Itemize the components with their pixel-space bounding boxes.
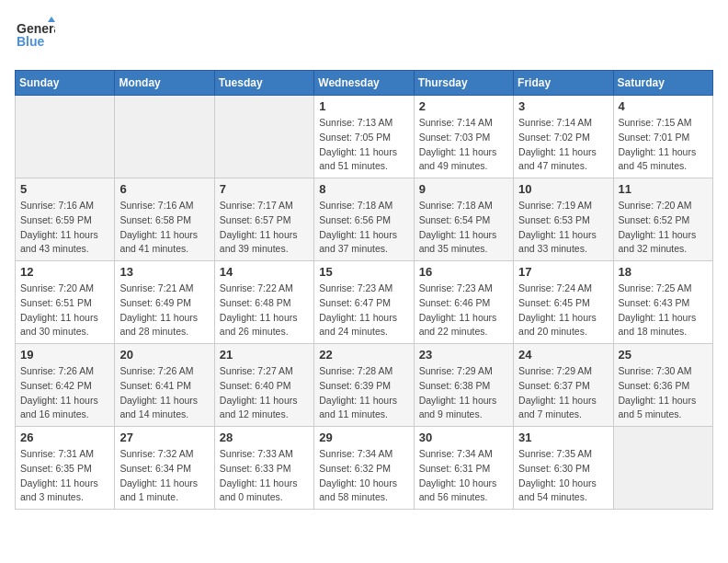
day-info: Sunrise: 7:29 AMSunset: 6:38 PMDaylight:… — [419, 364, 508, 422]
day-info: Sunrise: 7:20 AMSunset: 6:51 PMDaylight:… — [20, 282, 109, 339]
week-row-4: 19Sunrise: 7:26 AMSunset: 6:42 PMDayligh… — [16, 344, 713, 427]
week-row-5: 26Sunrise: 7:31 AMSunset: 6:35 PMDayligh… — [16, 427, 713, 510]
logo: General Blue — [15, 15, 55, 59]
day-info: Sunrise: 7:32 AMSunset: 6:34 PMDaylight:… — [119, 447, 209, 505]
day-number: 12 — [20, 265, 109, 279]
day-cell: 16Sunrise: 7:23 AMSunset: 6:46 PMDayligh… — [414, 261, 513, 344]
column-header-thursday: Thursday — [414, 71, 513, 96]
day-number: 22 — [319, 348, 408, 362]
day-info: Sunrise: 7:18 AMSunset: 6:54 PMDaylight:… — [419, 199, 508, 257]
day-cell: 3Sunrise: 7:14 AMSunset: 7:02 PMDaylight… — [514, 96, 613, 178]
svg-text:Blue: Blue — [17, 34, 45, 49]
day-number: 14 — [220, 265, 309, 279]
day-cell: 22Sunrise: 7:28 AMSunset: 6:39 PMDayligh… — [314, 344, 414, 427]
day-info: Sunrise: 7:34 AMSunset: 6:32 PMDaylight:… — [319, 447, 408, 505]
day-number: 9 — [419, 182, 508, 196]
day-number: 27 — [119, 431, 209, 444]
svg-marker-1 — [48, 17, 55, 22]
day-cell: 1Sunrise: 7:13 AMSunset: 7:05 PMDaylight… — [314, 96, 414, 178]
day-info: Sunrise: 7:13 AMSunset: 7:05 PMDaylight:… — [319, 116, 408, 174]
day-info: Sunrise: 7:23 AMSunset: 6:47 PMDaylight:… — [319, 282, 408, 339]
day-info: Sunrise: 7:28 AMSunset: 6:39 PMDaylight:… — [319, 364, 408, 422]
day-cell: 13Sunrise: 7:21 AMSunset: 6:49 PMDayligh… — [115, 261, 214, 344]
day-number: 6 — [119, 182, 209, 196]
day-info: Sunrise: 7:24 AMSunset: 6:45 PMDaylight:… — [518, 282, 608, 339]
day-number: 17 — [518, 265, 608, 279]
day-info: Sunrise: 7:17 AMSunset: 6:57 PMDaylight:… — [220, 199, 309, 257]
day-info: Sunrise: 7:22 AMSunset: 6:48 PMDaylight:… — [220, 282, 309, 339]
day-cell: 7Sunrise: 7:17 AMSunset: 6:57 PMDaylight… — [214, 178, 313, 261]
day-cell: 8Sunrise: 7:18 AMSunset: 6:56 PMDaylight… — [314, 178, 414, 261]
day-number: 18 — [619, 265, 708, 279]
day-cell: 12Sunrise: 7:20 AMSunset: 6:51 PMDayligh… — [16, 261, 115, 344]
day-cell: 6Sunrise: 7:16 AMSunset: 6:58 PMDaylight… — [115, 178, 214, 261]
day-info: Sunrise: 7:16 AMSunset: 6:58 PMDaylight:… — [119, 199, 209, 257]
day-cell: 31Sunrise: 7:35 AMSunset: 6:30 PMDayligh… — [514, 427, 613, 510]
day-cell: 18Sunrise: 7:25 AMSunset: 6:43 PMDayligh… — [613, 261, 712, 344]
day-number: 11 — [619, 182, 708, 196]
day-info: Sunrise: 7:25 AMSunset: 6:43 PMDaylight:… — [619, 282, 708, 339]
day-info: Sunrise: 7:31 AMSunset: 6:35 PMDaylight:… — [20, 447, 109, 505]
day-cell: 27Sunrise: 7:32 AMSunset: 6:34 PMDayligh… — [115, 427, 214, 510]
day-number: 26 — [20, 431, 109, 444]
column-header-tuesday: Tuesday — [214, 71, 313, 96]
day-cell: 2Sunrise: 7:14 AMSunset: 7:03 PMDaylight… — [414, 96, 513, 178]
day-cell: 21Sunrise: 7:27 AMSunset: 6:40 PMDayligh… — [214, 344, 313, 427]
column-header-sunday: Sunday — [16, 71, 115, 96]
day-cell: 30Sunrise: 7:34 AMSunset: 6:31 PMDayligh… — [414, 427, 513, 510]
day-number: 25 — [619, 348, 708, 362]
week-row-3: 12Sunrise: 7:20 AMSunset: 6:51 PMDayligh… — [16, 261, 713, 344]
day-cell: 23Sunrise: 7:29 AMSunset: 6:38 PMDayligh… — [414, 344, 513, 427]
day-number: 3 — [518, 99, 608, 113]
day-number: 21 — [220, 348, 309, 362]
day-number: 7 — [220, 182, 309, 196]
day-cell: 9Sunrise: 7:18 AMSunset: 6:54 PMDaylight… — [414, 178, 513, 261]
day-cell — [115, 96, 214, 178]
day-cell: 25Sunrise: 7:30 AMSunset: 6:36 PMDayligh… — [613, 344, 712, 427]
day-number: 13 — [119, 265, 209, 279]
day-info: Sunrise: 7:29 AMSunset: 6:37 PMDaylight:… — [518, 364, 608, 422]
day-cell: 28Sunrise: 7:33 AMSunset: 6:33 PMDayligh… — [214, 427, 313, 510]
day-cell: 20Sunrise: 7:26 AMSunset: 6:41 PMDayligh… — [115, 344, 214, 427]
day-number: 4 — [619, 99, 708, 113]
day-cell: 19Sunrise: 7:26 AMSunset: 6:42 PMDayligh… — [16, 344, 115, 427]
week-row-2: 5Sunrise: 7:16 AMSunset: 6:59 PMDaylight… — [16, 178, 713, 261]
day-info: Sunrise: 7:18 AMSunset: 6:56 PMDaylight:… — [319, 199, 408, 257]
day-number: 10 — [518, 182, 608, 196]
day-info: Sunrise: 7:30 AMSunset: 6:36 PMDaylight:… — [619, 364, 708, 422]
day-number: 24 — [518, 348, 608, 362]
page-header: General Blue — [15, 15, 713, 59]
day-cell: 4Sunrise: 7:15 AMSunset: 7:01 PMDaylight… — [613, 96, 712, 178]
day-cell — [613, 427, 712, 510]
calendar-table: SundayMondayTuesdayWednesdayThursdayFrid… — [15, 70, 713, 510]
day-number: 31 — [518, 431, 608, 444]
day-number: 5 — [20, 182, 109, 196]
day-cell: 11Sunrise: 7:20 AMSunset: 6:52 PMDayligh… — [613, 178, 712, 261]
day-cell: 26Sunrise: 7:31 AMSunset: 6:35 PMDayligh… — [16, 427, 115, 510]
day-info: Sunrise: 7:27 AMSunset: 6:40 PMDaylight:… — [220, 364, 309, 422]
day-number: 15 — [319, 265, 408, 279]
day-info: Sunrise: 7:26 AMSunset: 6:42 PMDaylight:… — [20, 364, 109, 422]
day-info: Sunrise: 7:14 AMSunset: 7:02 PMDaylight:… — [518, 116, 608, 174]
day-info: Sunrise: 7:15 AMSunset: 7:01 PMDaylight:… — [619, 116, 708, 174]
day-cell — [214, 96, 313, 178]
day-info: Sunrise: 7:19 AMSunset: 6:53 PMDaylight:… — [518, 199, 608, 257]
day-info: Sunrise: 7:34 AMSunset: 6:31 PMDaylight:… — [419, 447, 508, 505]
day-info: Sunrise: 7:26 AMSunset: 6:41 PMDaylight:… — [119, 364, 209, 422]
column-header-friday: Friday — [514, 71, 613, 96]
logo-icon: General Blue — [15, 15, 55, 55]
day-info: Sunrise: 7:35 AMSunset: 6:30 PMDaylight:… — [518, 447, 608, 505]
day-info: Sunrise: 7:21 AMSunset: 6:49 PMDaylight:… — [119, 282, 209, 339]
week-row-1: 1Sunrise: 7:13 AMSunset: 7:05 PMDaylight… — [16, 96, 713, 178]
day-cell: 17Sunrise: 7:24 AMSunset: 6:45 PMDayligh… — [514, 261, 613, 344]
day-number: 20 — [119, 348, 209, 362]
day-info: Sunrise: 7:33 AMSunset: 6:33 PMDaylight:… — [220, 447, 309, 505]
column-header-wednesday: Wednesday — [314, 71, 414, 96]
day-number: 23 — [419, 348, 508, 362]
day-cell: 15Sunrise: 7:23 AMSunset: 6:47 PMDayligh… — [314, 261, 414, 344]
day-info: Sunrise: 7:16 AMSunset: 6:59 PMDaylight:… — [20, 199, 109, 257]
column-header-saturday: Saturday — [613, 71, 712, 96]
column-header-monday: Monday — [115, 71, 214, 96]
day-number: 2 — [419, 99, 508, 113]
day-number: 19 — [20, 348, 109, 362]
